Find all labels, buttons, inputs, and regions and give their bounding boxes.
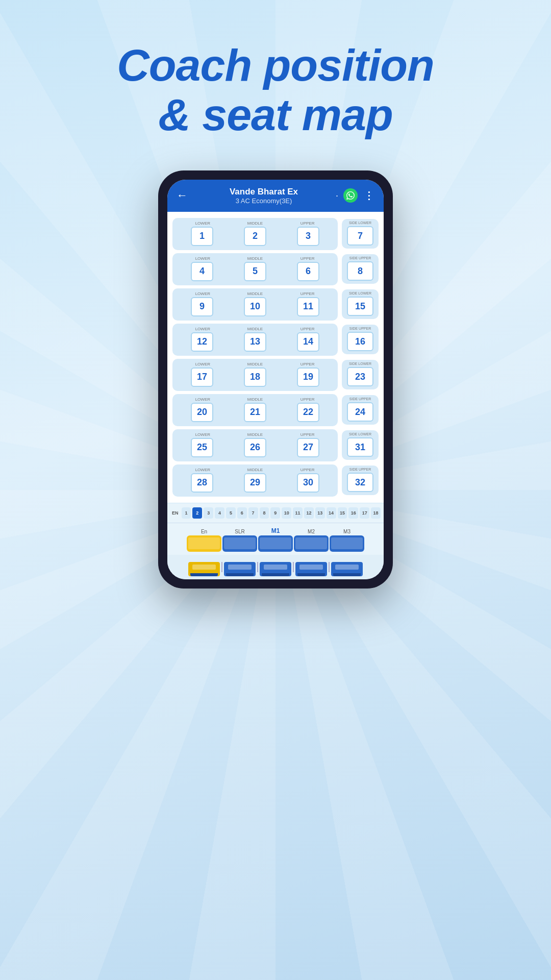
seat-box[interactable]: 30 bbox=[297, 473, 319, 493]
seat-box[interactable]: 29 bbox=[244, 473, 266, 493]
pagination-item[interactable]: 11 bbox=[293, 507, 303, 519]
hero-line1: Coach position bbox=[117, 40, 434, 90]
coach-item[interactable]: M2 bbox=[294, 529, 329, 552]
seat-box[interactable]: 18 bbox=[244, 368, 266, 387]
side-seat-box[interactable]: 31 bbox=[347, 437, 373, 457]
coach-car bbox=[258, 535, 293, 552]
seat-box[interactable]: 28 bbox=[191, 473, 213, 493]
train-car-image bbox=[295, 558, 327, 576]
pagination-item[interactable]: 8 bbox=[260, 507, 269, 519]
pagination-active[interactable]: 2 bbox=[192, 507, 202, 519]
seat-box[interactable]: 11 bbox=[297, 297, 319, 316]
seat-box[interactable]: 19 bbox=[297, 368, 319, 387]
coach-item[interactable]: En bbox=[187, 529, 221, 552]
pagination-item[interactable]: 12 bbox=[304, 507, 314, 519]
train-car-body bbox=[331, 562, 363, 576]
train-car-body bbox=[260, 562, 291, 576]
pagination-item[interactable]: 9 bbox=[270, 507, 280, 519]
app-header: ← Vande Bharat Ex 3 AC Economy(3E) · ⋮ bbox=[167, 180, 384, 212]
seat-box[interactable]: 2 bbox=[244, 227, 266, 246]
side-seat-block: SIDE LOWER7 bbox=[342, 219, 379, 249]
pagination-item[interactable]: 10 bbox=[282, 507, 291, 519]
side-seat-box[interactable]: 32 bbox=[347, 473, 373, 492]
pagination-item[interactable]: 5 bbox=[226, 507, 236, 519]
whatsapp-icon[interactable] bbox=[343, 188, 358, 203]
pagination-item[interactable]: 13 bbox=[315, 507, 325, 519]
side-seat-label: SIDE LOWER bbox=[349, 291, 371, 296]
seat-label: LOWER bbox=[192, 397, 213, 402]
train-car-body bbox=[295, 562, 327, 576]
seat-box[interactable]: 10 bbox=[244, 297, 266, 316]
seat-label: MIDDLE bbox=[245, 362, 265, 366]
side-seat-label: SIDE UPPER bbox=[349, 468, 371, 472]
back-button[interactable]: ← bbox=[177, 189, 192, 202]
side-seat-box[interactable]: 15 bbox=[347, 297, 373, 316]
seat-label: UPPER bbox=[297, 432, 318, 437]
seat-box[interactable]: 1 bbox=[191, 227, 213, 246]
seat-box[interactable]: 27 bbox=[297, 438, 319, 457]
seat-label: MIDDLE bbox=[245, 432, 265, 437]
seat-label: LOWER bbox=[192, 432, 213, 437]
coach-label: M2 bbox=[308, 529, 315, 534]
train-name: Vande Bharat Ex bbox=[197, 187, 331, 197]
side-seat-block: SIDE UPPER16 bbox=[342, 325, 379, 354]
train-car-image bbox=[260, 558, 291, 576]
pagination-item[interactable]: 4 bbox=[215, 507, 224, 519]
seat-box[interactable]: 17 bbox=[191, 368, 213, 387]
seat-box[interactable]: 22 bbox=[297, 403, 319, 422]
seat-row-group: LOWERMIDDLEUPPER123SIDE LOWER7 bbox=[172, 218, 379, 250]
pagination-item[interactable]: 16 bbox=[348, 507, 358, 519]
seat-box[interactable]: 4 bbox=[191, 262, 213, 281]
main-seats-block: LOWERMIDDLEUPPER282930 bbox=[172, 464, 338, 497]
pagination-item[interactable]: 17 bbox=[360, 507, 369, 519]
side-seat-box[interactable]: 7 bbox=[347, 226, 373, 246]
coach-item[interactable]: M1 bbox=[258, 527, 293, 552]
pagination-item[interactable]: 1 bbox=[182, 507, 191, 519]
coach-car bbox=[330, 535, 364, 552]
seat-box[interactable]: 20 bbox=[191, 403, 213, 422]
coach-car bbox=[222, 535, 257, 552]
seat-box[interactable]: 6 bbox=[297, 262, 319, 281]
seat-box[interactable]: 26 bbox=[244, 438, 266, 457]
header-title-block: Vande Bharat Ex 3 AC Economy(3E) bbox=[197, 187, 331, 205]
seat-label: UPPER bbox=[297, 221, 318, 226]
seat-box[interactable]: 9 bbox=[191, 297, 213, 316]
seat-label: LOWER bbox=[192, 291, 213, 296]
coach-item[interactable]: M3 bbox=[330, 529, 364, 552]
seat-label: MIDDLE bbox=[245, 221, 265, 226]
train-car-window bbox=[228, 565, 252, 570]
seat-box[interactable]: 21 bbox=[244, 403, 266, 422]
pagination-item[interactable]: 6 bbox=[237, 507, 247, 519]
train-car-body bbox=[188, 562, 220, 576]
side-seat-box[interactable]: 23 bbox=[347, 367, 373, 386]
side-seat-box[interactable]: 24 bbox=[347, 402, 373, 422]
seat-box[interactable]: 25 bbox=[191, 438, 213, 457]
pagination-item[interactable]: 18 bbox=[371, 507, 381, 519]
seat-row-group: LOWERMIDDLEUPPER202122SIDE UPPER24 bbox=[172, 394, 379, 426]
coach-car bbox=[187, 535, 221, 552]
seat-box[interactable]: 14 bbox=[297, 332, 319, 352]
pagination-item[interactable]: EN bbox=[170, 507, 180, 519]
seat-box[interactable]: 3 bbox=[297, 227, 319, 246]
coach-item[interactable]: SLR bbox=[222, 529, 257, 552]
side-seat-box[interactable]: 16 bbox=[347, 332, 373, 351]
train-separator bbox=[257, 562, 258, 572]
pagination-item[interactable]: 14 bbox=[327, 507, 336, 519]
seat-box[interactable]: 13 bbox=[244, 332, 266, 352]
seat-row-group: LOWERMIDDLEUPPER282930SIDE UPPER32 bbox=[172, 464, 379, 497]
seat-box[interactable]: 12 bbox=[191, 332, 213, 352]
pagination-item[interactable]: 3 bbox=[204, 507, 213, 519]
seat-box[interactable]: 5 bbox=[244, 262, 266, 281]
side-seat-box[interactable]: 8 bbox=[347, 261, 373, 281]
train-class: 3 AC Economy(3E) bbox=[197, 197, 331, 205]
seat-label: MIDDLE bbox=[245, 397, 265, 402]
train-car-window bbox=[299, 565, 323, 570]
header-actions: ⋮ bbox=[343, 188, 374, 203]
main-seats-block: LOWERMIDDLEUPPER123 bbox=[172, 218, 338, 250]
more-options-icon[interactable]: ⋮ bbox=[364, 189, 374, 202]
pagination-item[interactable]: 7 bbox=[248, 507, 258, 519]
main-seats-block: LOWERMIDDLEUPPER456 bbox=[172, 253, 338, 285]
side-seat-block: SIDE LOWER31 bbox=[342, 430, 379, 460]
pagination-item[interactable]: 15 bbox=[338, 507, 347, 519]
train-car-window bbox=[264, 565, 287, 570]
